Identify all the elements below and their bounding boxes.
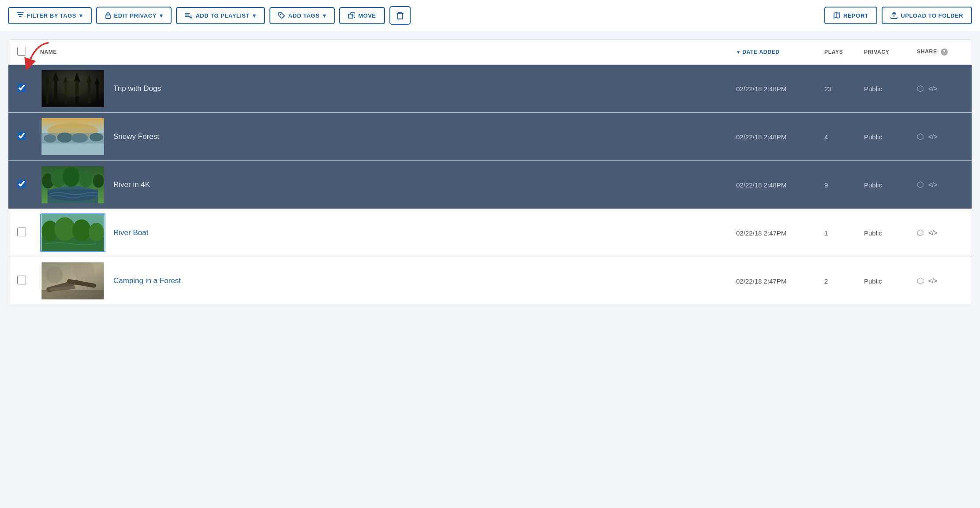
row-1-plays: 23 (821, 85, 860, 93)
share-help-icon: ? (941, 49, 948, 56)
row-4-date: 02/22/18 2:47PM (733, 229, 821, 237)
row-3-share-icon[interactable]: ⬡ (917, 180, 924, 190)
header-share: SHARE ? (913, 41, 966, 63)
row-4-checkbox[interactable] (17, 228, 26, 236)
svg-point-24 (90, 133, 103, 141)
upload-icon (890, 12, 898, 19)
row-5-thumbnail (40, 261, 105, 300)
row-4-share-icon[interactable]: ⬡ (917, 228, 924, 238)
report-icon (833, 12, 840, 19)
row-2-checkbox[interactable] (17, 131, 26, 140)
row-5-privacy: Public (860, 277, 913, 285)
row-4-embed-icon[interactable]: </> (928, 229, 937, 236)
table-header: NAME DATE ADDED PLAYS PRIVACY SHARE ? (8, 40, 972, 65)
row-1-share-icon[interactable]: ⬡ (917, 84, 924, 93)
row-2-video-name[interactable]: Snowy Forest (113, 132, 159, 141)
add-to-playlist-button[interactable]: ADD TO PLAYLIST ▾ (176, 7, 265, 24)
row-2-plays: 4 (821, 133, 860, 141)
checkbox-cell (14, 272, 37, 290)
table-row: River in 4K 02/22/18 2:48PM 9 Public ⬡ <… (8, 161, 972, 209)
move-icon (348, 12, 355, 19)
row-1-checkbox[interactable] (17, 83, 26, 92)
row-5-name-cell: Camping in a Forest (37, 257, 733, 305)
row-4-video-name[interactable]: River Boat (113, 228, 148, 237)
svg-rect-0 (106, 15, 110, 19)
report-button[interactable]: REPORT (824, 7, 877, 24)
tag-icon (278, 12, 285, 19)
trash-icon (396, 11, 404, 19)
lock-icon (105, 12, 111, 19)
svg-point-31 (79, 171, 93, 187)
row-3-checkbox[interactable] (17, 179, 26, 188)
row-1-privacy: Public (860, 85, 913, 93)
svg-rect-12 (88, 79, 90, 104)
svg-point-39 (89, 223, 104, 241)
row-5-embed-icon[interactable]: </> (928, 277, 937, 284)
table-row: Camping in a Forest 02/22/18 2:47PM 2 Pu… (8, 257, 972, 305)
move-button[interactable]: MOVE (339, 7, 385, 24)
row-5-date: 02/22/18 2:47PM (733, 277, 821, 285)
add-tags-button[interactable]: ADD TAGS ▾ (269, 7, 335, 24)
row-3-name-cell: River in 4K (37, 161, 733, 209)
table-row: Snowy Forest 02/22/18 2:48PM 4 Public ⬡ … (8, 113, 972, 161)
playlist-icon (185, 12, 192, 19)
checkbox-cell (14, 80, 37, 97)
row-2-name-cell: Snowy Forest (37, 113, 733, 161)
row-3-video-name[interactable]: River in 4K (113, 180, 150, 189)
header-plays: PLAYS (821, 42, 860, 62)
svg-point-37 (54, 217, 75, 241)
row-3-share-cell: ⬡ </> (913, 180, 966, 190)
svg-point-21 (44, 134, 56, 142)
row-2-date: 02/22/18 2:48PM (733, 133, 821, 141)
row-2-embed-icon[interactable]: </> (928, 133, 937, 140)
svg-point-30 (63, 167, 79, 187)
table-row: Trip with Dogs 02/22/18 2:48PM 23 Public… (8, 65, 972, 113)
row-3-thumbnail (40, 165, 105, 204)
delete-button[interactable] (389, 6, 411, 25)
row-1-embed-icon[interactable]: </> (928, 85, 937, 92)
svg-rect-46 (41, 290, 104, 299)
toolbar: FILTER BY TAGS ▾ EDIT PRIVACY ▾ ADD TO P… (0, 0, 980, 31)
filter-by-tags-button[interactable]: FILTER BY TAGS ▾ (8, 7, 92, 24)
table-row: River Boat 02/22/18 2:47PM 1 Public ⬡ </… (8, 209, 972, 257)
checkbox-cell (14, 128, 37, 146)
svg-point-32 (93, 174, 104, 188)
toolbar-right: REPORT UPLOAD TO FOLDER (824, 7, 972, 24)
row-2-privacy: Public (860, 133, 913, 141)
header-date-added[interactable]: DATE ADDED (733, 42, 821, 62)
header-checkbox-cell (14, 40, 37, 64)
svg-point-16 (60, 80, 85, 97)
row-5-share-icon[interactable]: ⬡ (917, 276, 924, 286)
svg-point-22 (57, 132, 72, 142)
row-5-video-name[interactable]: Camping in a Forest (113, 276, 181, 285)
svg-point-1 (280, 14, 281, 15)
row-1-name-cell: Trip with Dogs (37, 65, 733, 112)
select-all-checkbox[interactable] (17, 47, 26, 56)
row-4-name-cell: River Boat (37, 209, 733, 257)
svg-point-23 (71, 133, 88, 142)
row-2-share-icon[interactable]: ⬡ (917, 132, 924, 142)
upload-to-folder-button[interactable]: UPLOAD TO FOLDER (882, 7, 972, 24)
checkbox-cell (14, 176, 37, 194)
svg-point-45 (46, 267, 63, 284)
header-privacy: PRIVACY (860, 42, 913, 62)
row-3-privacy: Public (860, 181, 913, 189)
row-1-video-name[interactable]: Trip with Dogs (113, 84, 161, 93)
row-3-embed-icon[interactable]: </> (928, 181, 937, 188)
row-2-share-cell: ⬡ </> (913, 132, 966, 142)
row-3-date: 02/22/18 2:48PM (733, 181, 821, 189)
row-4-plays: 1 (821, 229, 860, 237)
row-5-share-cell: ⬡ </> (913, 276, 966, 286)
row-2-thumbnail (40, 117, 105, 156)
svg-rect-14 (96, 82, 98, 104)
row-5-plays: 2 (821, 277, 860, 285)
row-4-privacy: Public (860, 229, 913, 237)
row-4-share-cell: ⬡ </> (913, 228, 966, 238)
video-table: NAME DATE ADDED PLAYS PRIVACY SHARE ? (8, 39, 972, 305)
checkbox-cell (14, 224, 37, 242)
header-name: NAME (37, 42, 733, 62)
row-1-date: 02/22/18 2:48PM (733, 85, 821, 93)
row-5-checkbox[interactable] (17, 276, 26, 284)
edit-privacy-button[interactable]: EDIT PRIVACY ▾ (96, 7, 172, 24)
svg-point-38 (72, 219, 91, 241)
